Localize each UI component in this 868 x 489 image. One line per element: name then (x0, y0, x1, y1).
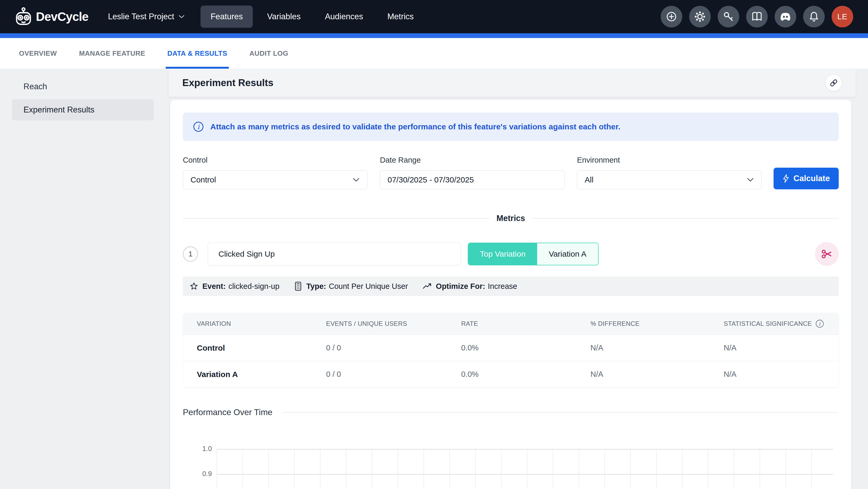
calculator-icon (294, 282, 302, 291)
date-range-value: 07/30/2025 - 07/30/2025 (388, 175, 474, 184)
content-header: Experiment Results (168, 69, 856, 97)
info-banner: i Attach as many metrics as desired to v… (183, 113, 839, 141)
page-title: Experiment Results (182, 77, 273, 88)
significance-info-icon[interactable]: i (816, 320, 824, 328)
plus-circle-icon (665, 11, 677, 23)
sidebar-item-experiment-results[interactable]: Experiment Results (12, 99, 154, 120)
optimize-value: Increase (488, 282, 517, 291)
info-icon: i (193, 122, 204, 132)
filters-row: Control Control Date Range 07/30/2025 - … (183, 156, 839, 189)
copy-link-button[interactable] (826, 75, 842, 91)
devcycle-logo[interactable]: DevCycle (15, 7, 88, 26)
event-detail: Event: clicked-sign-up (190, 282, 279, 291)
metrics-divider-label: Metrics (497, 213, 525, 223)
toggle-variation-a[interactable]: Variation A (537, 243, 598, 265)
avatar[interactable]: LE (832, 6, 853, 27)
link-chain-icon (829, 79, 838, 87)
gridline-0-9 (217, 474, 833, 475)
app-window: DevCycle Leslie Test Project Features Va… (0, 0, 868, 489)
calculate-button[interactable]: Calculate (774, 168, 839, 189)
event-value: clicked-sign-up (228, 282, 279, 291)
col-difference: % DIFFERENCE (590, 320, 724, 327)
star-icon (190, 282, 198, 290)
api-key-icon (723, 11, 734, 23)
gridline-1-0 (217, 449, 833, 450)
feature-tabbar: OVERVIEW MANAGE FEATURE DATA & RESULTS A… (0, 38, 868, 69)
docs-button[interactable] (746, 6, 768, 27)
results-table: VARIATION EVENTS / UNIQUE USERS RATE % D… (183, 313, 839, 387)
optimize-label: Optimize For: (436, 282, 485, 291)
experiment-results-card: i Attach as many metrics as desired to v… (170, 100, 851, 489)
devcycle-robot-icon (15, 7, 32, 26)
date-range-input[interactable]: 07/30/2025 - 07/30/2025 (380, 170, 565, 189)
date-range-field: Date Range 07/30/2025 - 07/30/2025 (380, 156, 565, 189)
control-field: Control Control (183, 156, 368, 189)
y-axis-tick-1: 1.0 (183, 444, 212, 453)
discord-button[interactable] (775, 6, 796, 27)
lightning-bolt-icon (782, 174, 789, 183)
settings-gear-icon (694, 10, 706, 23)
type-label: Type: (306, 282, 326, 291)
results-table-header: VARIATION EVENTS / UNIQUE USERS RATE % D… (183, 313, 839, 335)
scissors-icon (820, 248, 833, 260)
notifications-bell-icon (808, 11, 820, 23)
project-selector[interactable]: Leslie Test Project (108, 12, 185, 21)
tab-audit-log[interactable]: AUDIT LOG (249, 38, 288, 69)
docs-book-icon (751, 11, 763, 23)
performance-chart: 1.0 0.9 (183, 443, 839, 489)
metric-row: 1 Clicked Sign Up Top Variation Variatio… (183, 242, 839, 266)
type-value: Count Per Unique User (329, 282, 408, 291)
col-significance: STATISTICAL SIGNIFICANCE i (724, 320, 839, 328)
discord-icon (779, 10, 792, 23)
control-select-value: Control (190, 175, 216, 184)
notifications-button[interactable] (803, 6, 825, 27)
type-detail: Type: Count Per Unique User (294, 282, 408, 291)
brand-name: DevCycle (36, 9, 88, 24)
performance-section-header: Performance Over Time (183, 407, 839, 417)
tab-manage-feature[interactable]: MANAGE FEATURE (79, 38, 145, 69)
metric-select[interactable]: Clicked Sign Up (208, 243, 461, 265)
trending-up-icon (423, 283, 432, 290)
info-banner-text: Attach as many metrics as desired to val… (210, 122, 620, 131)
environment-select-value: All (585, 175, 593, 184)
sidebar-item-reach[interactable]: Reach (12, 78, 154, 95)
col-variation: VARIATION (197, 320, 326, 327)
metric-select-value: Clicked Sign Up (218, 250, 275, 258)
event-label: Event: (203, 282, 226, 291)
col-rate: RATE (461, 320, 590, 327)
progress-bar (0, 33, 868, 38)
chart-plot-area (217, 449, 833, 489)
create-button[interactable] (661, 6, 682, 27)
chevron-down-icon (352, 178, 360, 182)
date-range-label: Date Range (380, 156, 565, 165)
nav-item-features[interactable]: Features (200, 5, 253, 28)
col-events: EVENTS / UNIQUE USERS (326, 320, 461, 327)
environment-field: Environment All (577, 156, 762, 189)
chevron-down-icon (747, 178, 754, 182)
control-select[interactable]: Control (183, 170, 368, 189)
nav-item-metrics[interactable]: Metrics (377, 5, 424, 28)
table-row-control: Control 0 / 0 0.0% N/A N/A (183, 335, 839, 361)
remove-metric-button[interactable] (815, 242, 839, 266)
nav-item-audiences[interactable]: Audiences (315, 5, 373, 28)
project-name: Leslie Test Project (108, 12, 174, 21)
metric-details-bar: Event: clicked-sign-up Type: (183, 277, 839, 296)
toggle-top-variation[interactable]: Top Variation (468, 243, 537, 265)
environment-select[interactable]: All (577, 170, 762, 189)
tab-data-results[interactable]: DATA & RESULTS (167, 38, 227, 69)
chevron-down-icon (178, 15, 185, 19)
performance-title: Performance Over Time (183, 407, 273, 417)
environment-label: Environment (577, 156, 762, 165)
results-sidebar: Reach Experiment Results (0, 69, 164, 489)
tab-overview[interactable]: OVERVIEW (19, 38, 57, 69)
primary-nav: Features Variables Audiences Metrics (200, 5, 424, 28)
topnav-actions: LE (661, 6, 853, 27)
nav-item-variables[interactable]: Variables (257, 5, 311, 28)
api-keys-button[interactable] (718, 6, 739, 27)
y-axis-tick-2: 0.9 (183, 470, 212, 478)
settings-button[interactable] (689, 6, 711, 27)
calculate-button-label: Calculate (794, 174, 830, 183)
table-row-variation-a: Variation A 0 / 0 0.0% N/A N/A (183, 361, 839, 387)
metrics-divider: Metrics (183, 213, 839, 223)
optimize-detail: Optimize For: Increase (423, 282, 517, 291)
